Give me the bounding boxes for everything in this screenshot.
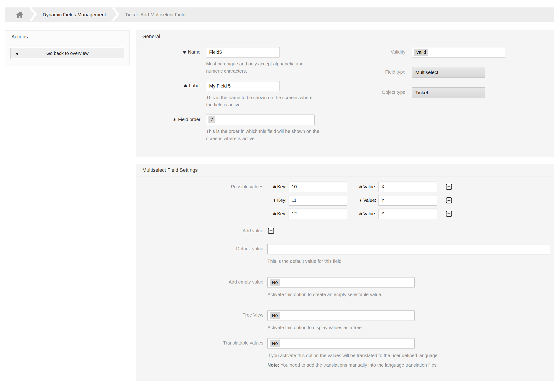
name-input[interactable] <box>206 47 280 57</box>
chevron-right-icon <box>112 7 119 23</box>
home-icon[interactable] <box>16 11 24 18</box>
possible-value-row: ∗Key: ∗Value: <box>136 209 554 219</box>
multiselect-settings-panel: Multiselect Field Settings Possible valu… <box>136 164 554 381</box>
add-value-row: Add value: <box>136 228 554 234</box>
add-value-label: Add value: <box>136 228 267 234</box>
remove-value-icon[interactable] <box>446 184 452 190</box>
label-help: This is the name to be shown on the scre… <box>206 94 320 109</box>
possible-value-row: Possible values: ∗Key: ∗Value: <box>136 182 554 192</box>
actions-title: Actions <box>5 30 130 43</box>
validity-select[interactable]: valid <box>412 47 505 57</box>
translatable-values-note: Note: You need to add the translations m… <box>267 362 550 368</box>
object-type-row: Object type: Ticket <box>366 87 554 98</box>
label-row: ∗Label: This is the name to be shown on … <box>136 81 366 115</box>
settings-title: Multiselect Field Settings <box>136 164 554 176</box>
tree-view-select[interactable]: No <box>267 310 415 321</box>
value-label: ∗Value: <box>347 184 376 190</box>
tree-view-label: Tree View: <box>136 310 267 331</box>
chevron-right-icon <box>29 7 37 23</box>
add-value-icon[interactable] <box>268 228 274 234</box>
default-value-label: Default value: <box>136 244 267 265</box>
name-help: Must be unique and only accept alphabeti… <box>206 60 320 75</box>
translatable-values-label: Translatable values: <box>136 338 267 368</box>
required-marker: ∗ <box>183 50 186 55</box>
breadcrumb-item-dynamic-fields[interactable]: Dynamic Fields Management <box>43 12 106 18</box>
key-input[interactable] <box>289 182 347 192</box>
key-label: ∗Key: <box>267 184 287 190</box>
tree-view-row: Tree View: No Activate this option to di… <box>136 310 554 331</box>
add-empty-value-label: Add empty value: <box>136 277 267 298</box>
value-label: ∗Value: <box>347 198 376 203</box>
back-arrow-icon: ◀ <box>15 51 18 56</box>
validity-label: Validity: <box>366 47 412 57</box>
go-back-button[interactable]: ◀ Go back to overview <box>10 48 124 59</box>
possible-value-row: ∗Key: ∗Value: <box>136 195 554 206</box>
default-value-help: This is the default value for this field… <box>267 258 550 265</box>
required-marker: ∗ <box>173 117 177 122</box>
value-input[interactable] <box>378 195 437 206</box>
object-type-value: Ticket <box>412 87 485 98</box>
breadcrumb-item-current: Ticket: Add Multiselect Field <box>125 12 186 18</box>
field-order-select[interactable]: 7 <box>206 115 315 125</box>
default-value-row: Default value: This is the default value… <box>136 244 554 265</box>
validity-row: Validity: valid <box>366 47 554 57</box>
key-input[interactable] <box>289 209 347 219</box>
key-label: ∗Key: <box>267 198 287 203</box>
object-type-label: Object type: <box>366 87 412 98</box>
add-empty-value-help: Activate this option to create an empty … <box>267 291 550 298</box>
key-input[interactable] <box>289 195 347 206</box>
remove-value-icon[interactable] <box>446 211 452 217</box>
name-row: ∗Name: Must be unique and only accept al… <box>136 47 366 81</box>
name-label: ∗Name: <box>136 47 206 81</box>
field-type-label: Field type: <box>366 67 412 78</box>
breadcrumb: Dynamic Fields Management Ticket: Add Mu… <box>5 8 554 22</box>
value-label: ∗Value: <box>347 211 376 217</box>
value-input[interactable] <box>378 209 437 219</box>
tree-view-help: Activate this option to display values a… <box>267 324 550 331</box>
value-input[interactable] <box>378 182 437 192</box>
label-input[interactable] <box>206 81 280 91</box>
field-order-help: This is the order in which this field wi… <box>206 128 320 142</box>
translatable-values-select[interactable]: No <box>267 338 415 349</box>
field-type-value: Multiselect <box>412 67 485 78</box>
label-label: ∗Label: <box>136 81 206 115</box>
translatable-values-row: Translatable values: No If you activate … <box>136 338 554 368</box>
key-label: ∗Key: <box>267 211 287 217</box>
field-order-label: ∗Field order: <box>136 115 206 148</box>
actions-panel: Actions ◀ Go back to overview <box>5 30 130 65</box>
required-marker: ∗ <box>184 83 187 88</box>
general-panel: General ∗Name: Must be unique and only a… <box>136 30 554 157</box>
field-order-row: ∗Field order: 7 This is the order in whi… <box>136 115 366 148</box>
possible-values-label: Possible values: <box>136 184 267 190</box>
add-empty-value-row: Add empty value: No Activate this option… <box>136 277 554 298</box>
add-empty-value-select[interactable]: No <box>267 277 415 288</box>
field-type-row: Field type: Multiselect <box>366 67 554 78</box>
remove-value-icon[interactable] <box>446 197 452 203</box>
go-back-label: Go back to overview <box>46 51 89 56</box>
default-value-input[interactable] <box>267 244 550 255</box>
translatable-values-help: If you activate this option the values w… <box>267 352 550 359</box>
general-title: General <box>136 30 554 43</box>
